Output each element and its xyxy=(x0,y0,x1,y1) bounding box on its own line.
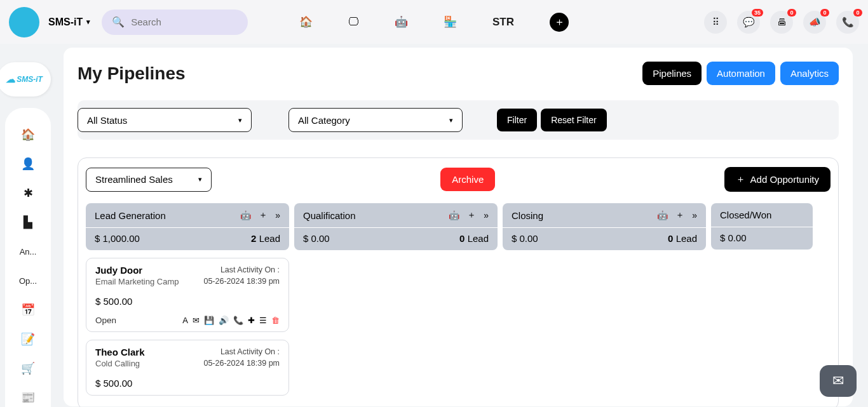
phone-icon[interactable]: 📞 xyxy=(233,316,243,325)
pipeline-select[interactable]: Streamlined Sales ▾ xyxy=(86,168,212,192)
phone-icon: 📞 xyxy=(842,17,854,28)
top-center-nav: 🏠 🖵 🤖 🏪 STR ＋ xyxy=(299,13,569,32)
reset-filter-button[interactable]: Reset Filter xyxy=(541,109,607,131)
status-select[interactable]: All Status ▾ xyxy=(78,108,252,132)
apps-grid-button[interactable]: ⠿ xyxy=(704,11,727,34)
archive-button[interactable]: Archive xyxy=(440,168,495,191)
stage-header: Lead Generation 🤖 ＋ » xyxy=(86,203,289,227)
filter-bar: All Status ▾ All Category ▾ Filter Reset… xyxy=(78,100,839,140)
top-right-nav: ⠿ 💬 35 🖶 0 📣 0 📞 0 xyxy=(704,11,859,34)
phone-badge: 0 xyxy=(853,9,862,17)
plus-icon[interactable]: ＋ xyxy=(467,210,476,221)
brand-switcher[interactable]: SMS-iT ▾ xyxy=(48,17,90,28)
nav-note-icon[interactable]: 📝 xyxy=(5,329,51,349)
robot-icon[interactable]: 🤖 xyxy=(395,15,408,29)
logo-text: SMS-iT xyxy=(17,75,43,84)
stage-sub: $ 0.00 xyxy=(711,227,813,250)
pipeline-select-label: Streamlined Sales xyxy=(95,174,173,185)
stage-col: Closing 🤖 ＋ » $ 0.00 0 Lead xyxy=(503,203,706,396)
chevron-down-icon: ▾ xyxy=(198,175,202,183)
search-input[interactable] xyxy=(131,17,238,27)
print-badge: 0 xyxy=(787,9,796,17)
stage-lead: Lead xyxy=(468,233,489,244)
nav-item-an[interactable]: An... xyxy=(5,241,51,262)
top-bar: SMS-iT ▾ 🔍 🏠 🖵 🤖 🏪 STR ＋ ⠿ 💬 35 🖶 0 📣 0 … xyxy=(0,0,868,44)
opportunity-card[interactable]: Judy Door Email Marketing Camp Last Acti… xyxy=(86,258,289,332)
card-status: Open xyxy=(95,316,116,325)
add-opp-label: Add Opportunity xyxy=(750,174,819,185)
page-title: My Pipelines xyxy=(78,63,186,84)
text-icon[interactable]: A xyxy=(182,316,188,325)
category-select[interactable]: All Category ▾ xyxy=(288,108,463,132)
card-name: Judy Door xyxy=(95,265,179,276)
stage-sub: $ 0.00 0 Lead xyxy=(503,228,706,250)
chat-icon: 💬 xyxy=(743,17,755,28)
nav-item-op[interactable]: Op... xyxy=(5,270,51,291)
stage-title: Lead Generation xyxy=(95,210,166,221)
envelope-icon[interactable]: ✉ xyxy=(193,316,200,325)
grid-icon: ⠿ xyxy=(712,17,719,28)
desktop-icon[interactable]: 🖵 xyxy=(348,16,359,29)
logo-badge[interactable]: ☁SMS-iT xyxy=(0,62,51,97)
card-activity-date: 05-26-2024 18:39 pm xyxy=(203,276,280,288)
robot-icon[interactable]: 🤖 xyxy=(240,210,251,220)
avatar[interactable] xyxy=(9,7,39,37)
plus-icon: ＋ xyxy=(736,173,745,185)
stage-amount: $ 0.00 xyxy=(512,233,538,244)
page-tabs: Pipelines Automation Analytics xyxy=(642,62,839,85)
stage-sub: $ 0.00 0 Lead xyxy=(294,228,498,250)
phone-button[interactable]: 📞 0 xyxy=(836,11,859,34)
stage-title: Closing xyxy=(512,210,543,221)
stage-header: Closing 🤖 ＋ » xyxy=(503,203,706,227)
bullhorn-icon: 📣 xyxy=(809,17,821,28)
tab-automation[interactable]: Automation xyxy=(707,62,775,85)
print-button[interactable]: 🖶 0 xyxy=(770,11,793,34)
stage-header: Qualification 🤖 ＋ » xyxy=(294,203,498,227)
stage-amount: $ 0.00 xyxy=(720,232,747,243)
home-icon[interactable]: 🏠 xyxy=(299,15,313,29)
double-chevron-icon[interactable]: » xyxy=(484,210,489,220)
stage-amount: $ 0.00 xyxy=(303,233,330,244)
tab-analytics[interactable]: Analytics xyxy=(780,62,839,85)
add-opportunity-button[interactable]: ＋ Add Opportunity xyxy=(724,167,831,192)
card-amount: $ 500.00 xyxy=(95,296,280,307)
chevron-down-icon: ▾ xyxy=(238,116,242,124)
card-activity-label: Last Activity On : xyxy=(203,347,280,358)
store-icon[interactable]: 🏪 xyxy=(444,15,457,29)
announce-button[interactable]: 📣 0 xyxy=(803,11,826,34)
save-icon[interactable]: 💾 xyxy=(204,316,214,325)
stage-count: 2 xyxy=(251,233,256,244)
stage-lead: Lead xyxy=(259,233,280,244)
nav-home-icon[interactable]: 🏠 xyxy=(5,124,51,145)
chat-button[interactable]: 💬 35 xyxy=(737,11,760,34)
list-icon[interactable]: ☰ xyxy=(259,316,267,325)
card-activity-date: 05-26-2024 18:39 pm xyxy=(203,358,280,370)
nav-network-icon[interactable]: ✱ xyxy=(5,183,51,203)
add-circle-button[interactable]: ＋ xyxy=(550,13,569,32)
double-chevron-icon[interactable]: » xyxy=(692,210,697,220)
nav-steps-icon[interactable]: ▙ xyxy=(5,212,51,232)
plus-icon[interactable]: ＋ xyxy=(259,210,268,221)
plus-square-icon[interactable]: ✚ xyxy=(248,316,255,325)
opportunity-card[interactable]: Theo Clark Cold Calling Last Activity On… xyxy=(86,340,289,396)
card-source: Email Marketing Camp xyxy=(95,277,179,286)
sound-icon[interactable]: 🔊 xyxy=(219,316,229,325)
stage-col: Qualification 🤖 ＋ » $ 0.00 0 Lead xyxy=(294,203,498,396)
robot-icon[interactable]: 🤖 xyxy=(657,210,668,220)
filter-button[interactable]: Filter xyxy=(497,109,537,131)
plus-icon[interactable]: ＋ xyxy=(675,210,684,221)
str-link[interactable]: STR xyxy=(492,16,514,29)
double-chevron-icon[interactable]: » xyxy=(275,210,280,220)
search-box[interactable]: 🔍 xyxy=(102,10,248,35)
nav-user-icon[interactable]: 👤 xyxy=(5,154,51,174)
support-chat-button[interactable]: ✉ xyxy=(820,365,857,397)
stage-title: Closed/Won xyxy=(720,210,771,220)
nav-news-icon[interactable]: 📰 xyxy=(5,387,51,407)
nav-cart-icon[interactable]: 🛒 xyxy=(5,358,51,378)
robot-icon[interactable]: 🤖 xyxy=(449,210,459,220)
trash-icon[interactable]: 🗑 xyxy=(271,316,280,325)
main-panel: My Pipelines Pipelines Automation Analyt… xyxy=(64,48,853,406)
pipeline-box: Streamlined Sales ▾ Archive ＋ Add Opport… xyxy=(78,157,839,407)
nav-calendar-icon[interactable]: 📅 xyxy=(5,300,51,320)
tab-pipelines[interactable]: Pipelines xyxy=(642,62,702,85)
